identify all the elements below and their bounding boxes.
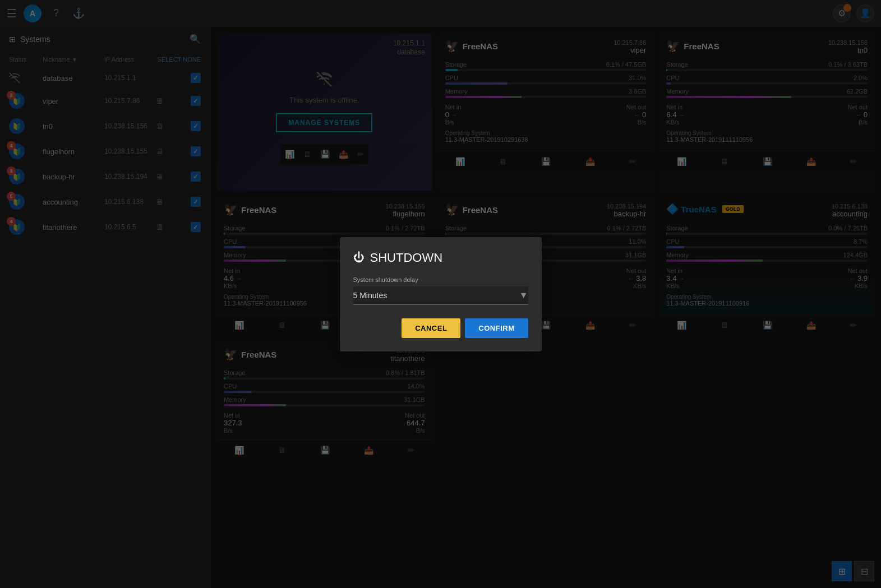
shutdown-dialog: ⏻ SHUTDOWN System shutdown delay 1 Minut… [340, 237, 542, 351]
dialog-actions: CANCEL CONFIRM [353, 318, 528, 338]
delay-select[interactable]: 1 Minute 5 Minutes 10 Minutes 30 Minutes [353, 286, 528, 305]
confirm-button[interactable]: CONFIRM [465, 318, 528, 338]
power-icon: ⏻ [353, 251, 365, 264]
delay-label: System shutdown delay [353, 276, 528, 283]
delay-select-wrapper: 1 Minute 5 Minutes 10 Minutes 30 Minutes… [353, 286, 528, 305]
delay-field: System shutdown delay 1 Minute 5 Minutes… [353, 276, 528, 305]
cancel-button[interactable]: CANCEL [402, 318, 460, 338]
dialog-title: ⏻ SHUTDOWN [353, 251, 528, 265]
dialog-overlay[interactable]: ⏻ SHUTDOWN System shutdown delay 1 Minut… [0, 0, 881, 588]
